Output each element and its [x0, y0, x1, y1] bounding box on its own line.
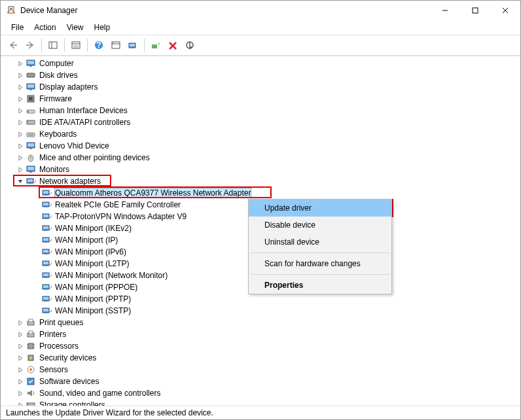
- chevron-right-icon[interactable]: [16, 401, 24, 406]
- device-category-icon: [26, 353, 36, 363]
- toolbar-divider: [87, 39, 88, 52]
- svg-rect-60: [43, 226, 48, 229]
- device-category-icon: [26, 94, 36, 104]
- tree-category-computer[interactable]: Computer: [1, 58, 520, 69]
- show-hide-tree-button[interactable]: [46, 38, 60, 52]
- tree-category-label: Print queues: [39, 318, 84, 327]
- context-menu-separator: [250, 274, 390, 275]
- tree-category-ide-ata-atapi-controllers[interactable]: IDE ATA/ATAPI controllers: [1, 116, 520, 128]
- context-menu-item-update-driver[interactable]: Update driver: [249, 200, 391, 217]
- menubar: File Action View Help: [1, 20, 520, 35]
- tree-category-firmware[interactable]: Firmware: [1, 93, 520, 105]
- menu-action[interactable]: Action: [29, 22, 61, 33]
- chevron-right-icon[interactable]: [16, 95, 24, 103]
- tree-category-label: Display adapters: [39, 82, 98, 92]
- device-category-icon: [26, 70, 36, 80]
- chevron-right-icon[interactable]: [16, 107, 24, 114]
- device-category-icon: [26, 141, 36, 151]
- tree-category-label: Human Interface Devices: [39, 106, 128, 115]
- tree-device-label: Qualcomm Atheros QCA9377 Wireless Networ…: [54, 188, 251, 198]
- tree-category-sound-video-and-game-controllers[interactable]: Sound, video and game controllers: [1, 387, 520, 399]
- tree-category-mice-and-other-pointing-devices[interactable]: Mice and other pointing devices: [1, 152, 520, 164]
- context-menu-item-properties[interactable]: Properties: [249, 277, 391, 294]
- context-menu-item-uninstall-device[interactable]: Uninstall device: [249, 234, 391, 251]
- chevron-right-icon[interactable]: [16, 342, 24, 350]
- tree-device-item[interactable]: WAN Miniport (PPTP): [1, 293, 520, 305]
- chevron-right-icon[interactable]: [16, 366, 24, 374]
- svg-rect-16: [113, 43, 114, 43]
- svg-point-93: [29, 357, 32, 359]
- chevron-right-icon[interactable]: [16, 377, 24, 385]
- menu-help[interactable]: Help: [89, 22, 116, 33]
- tree-category-display-adapters[interactable]: Display adapters: [1, 81, 520, 93]
- chevron-right-icon[interactable]: [16, 60, 24, 67]
- tree-device-label: Realtek PCIe GbE Family Controller: [54, 200, 181, 209]
- action-button[interactable]: [109, 38, 123, 52]
- back-button[interactable]: [6, 38, 20, 52]
- tree-category-storage-controllers[interactable]: Storage controllers: [1, 399, 520, 406]
- tree-category-software-devices[interactable]: Software devices: [1, 376, 520, 387]
- tree-category-printers[interactable]: Printers: [1, 328, 520, 340]
- chevron-right-icon[interactable]: [16, 354, 24, 362]
- chevron-right-icon[interactable]: [16, 154, 24, 162]
- update-driver-button[interactable]: [149, 38, 163, 52]
- tree-category-label: Security devices: [39, 353, 97, 362]
- svg-rect-82: [45, 313, 47, 313]
- network-adapter-icon: [41, 270, 52, 281]
- tree-category-sensors[interactable]: Sensors: [1, 364, 520, 376]
- tree-category-lenovo-vhid-device[interactable]: Lenovo Vhid Device: [1, 140, 520, 152]
- uninstall-button[interactable]: [166, 38, 180, 52]
- tree-category-keyboards[interactable]: Keyboards: [1, 128, 520, 140]
- svg-rect-57: [43, 215, 48, 217]
- chevron-right-icon[interactable]: [16, 166, 24, 173]
- menu-view[interactable]: View: [62, 22, 89, 33]
- disable-button[interactable]: [183, 38, 197, 52]
- chevron-right-icon[interactable]: [16, 319, 24, 326]
- context-menu-item-scan-for-hardware-changes[interactable]: Scan for hardware changes: [249, 255, 391, 272]
- scan-hardware-button[interactable]: [126, 38, 140, 52]
- context-menu-item-disable-device[interactable]: Disable device: [249, 217, 391, 234]
- tree-device-item[interactable]: WAN Miniport (SSTP): [1, 305, 520, 317]
- forward-button[interactable]: [23, 38, 37, 52]
- maximize-button[interactable]: [460, 1, 490, 20]
- app-icon: [6, 5, 16, 16]
- device-category-icon: [26, 341, 36, 351]
- chevron-right-icon[interactable]: [16, 330, 24, 338]
- tree-category-network-adapters[interactable]: Network adapters: [1, 175, 520, 187]
- svg-rect-66: [43, 250, 48, 253]
- tree-category-processors[interactable]: Processors: [1, 340, 520, 352]
- chevron-right-icon[interactable]: [16, 71, 24, 79]
- svg-rect-40: [27, 143, 34, 147]
- device-category-icon: [26, 317, 36, 328]
- tree-device-item[interactable]: Qualcomm Atheros QCA9377 Wireless Networ…: [1, 187, 520, 199]
- device-tree[interactable]: ComputerDisk drivesDisplay adaptersFirmw…: [1, 56, 520, 406]
- toolbar-divider: [144, 39, 145, 52]
- tree-category-security-devices[interactable]: Security devices: [1, 352, 520, 364]
- chevron-right-icon[interactable]: [16, 130, 24, 138]
- toolbar-divider: [64, 39, 65, 52]
- tree-category-human-interface-devices[interactable]: Human Interface Devices: [1, 105, 520, 116]
- device-category-icon: [26, 82, 36, 92]
- svg-rect-61: [45, 230, 47, 231]
- menu-file[interactable]: File: [6, 22, 29, 33]
- tree-category-monitors[interactable]: Monitors: [1, 164, 520, 175]
- close-button[interactable]: [490, 1, 520, 20]
- properties-button[interactable]: [69, 38, 83, 52]
- tree-category-print-queues[interactable]: Print queues: [1, 317, 520, 328]
- chevron-right-icon[interactable]: [16, 142, 24, 150]
- tree-category-disk-drives[interactable]: Disk drives: [1, 69, 520, 81]
- help-button[interactable]: ?: [92, 38, 106, 52]
- chevron-right-icon[interactable]: [16, 118, 24, 126]
- tree-device-label: WAN Miniport (L2TP): [54, 259, 130, 268]
- chevron-right-icon[interactable]: [16, 83, 24, 91]
- chevron-right-icon[interactable]: [16, 389, 24, 397]
- tree-category-label: Firmware: [39, 94, 73, 103]
- minimize-button[interactable]: [430, 1, 460, 20]
- svg-rect-73: [45, 277, 47, 278]
- svg-rect-46: [29, 171, 32, 173]
- tree-category-label: Sound, video and game controllers: [39, 389, 161, 398]
- network-adapter-icon: [41, 211, 52, 222]
- device-category-icon: [26, 364, 36, 375]
- device-category-icon: [26, 152, 36, 163]
- chevron-down-icon[interactable]: [16, 177, 24, 185]
